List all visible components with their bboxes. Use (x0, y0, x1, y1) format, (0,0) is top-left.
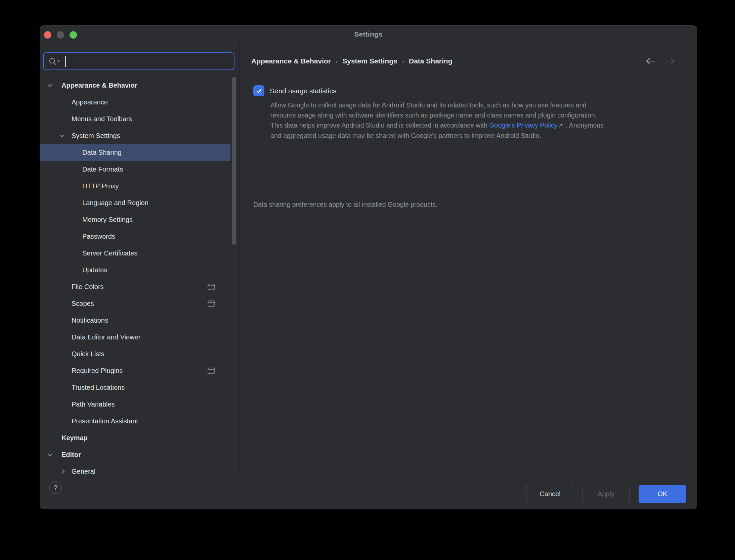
settings-window: Settings Appearance & BehaviorAppearance… (40, 26, 697, 509)
settings-search-field[interactable] (43, 52, 234, 70)
sidebar-item-general[interactable]: General (40, 463, 230, 476)
sidebar-item-system-settings[interactable]: System Settings (40, 127, 230, 144)
sidebar-item-required-plugins[interactable]: Required Plugins (40, 362, 230, 379)
navigation-arrows (645, 56, 676, 66)
sidebar-divider (240, 41, 240, 476)
breadcrumb-separator-icon: › (331, 58, 342, 65)
sidebar-item-menus-and-toolbars[interactable]: Menus and Toolbars (40, 110, 230, 127)
sidebar-item-data-editor-and-viewer[interactable]: Data Editor and Viewer (40, 329, 230, 345)
titlebar: Settings (40, 26, 697, 41)
sidebar-item-keymap[interactable]: Keymap (40, 429, 230, 446)
search-input[interactable] (71, 53, 231, 70)
usage-statistics-description: Allow Google to collect usage data for A… (270, 100, 606, 141)
arrow-right-icon (665, 57, 676, 65)
send-usage-statistics-checkbox[interactable] (253, 85, 264, 96)
window-title: Settings (40, 30, 697, 38)
send-usage-statistics-row: Send usage statistics (253, 85, 336, 96)
chevron-down-icon[interactable] (48, 83, 52, 87)
chevron-down-icon[interactable] (48, 452, 52, 456)
sidebar-item-label: Memory Settings (82, 216, 133, 224)
chevron-right-icon[interactable] (60, 469, 64, 474)
project-level-settings-icon (208, 368, 215, 374)
sidebar-item-label: Passwords (82, 233, 115, 240)
sidebar-item-passwords[interactable]: Passwords (40, 228, 230, 245)
sidebar-item-server-certificates[interactable]: Server Certificates (40, 245, 230, 262)
project-level-settings-icon (208, 300, 215, 307)
project-level-settings-icon (208, 284, 215, 290)
sidebar-item-notifications[interactable]: Notifications (40, 312, 230, 329)
sidebar-item-label: Appearance & Behavior (61, 82, 137, 89)
settings-tree: Appearance & BehaviorAppearanceMenus and… (40, 77, 240, 476)
sidebar-item-label: Appearance (72, 98, 108, 106)
sidebar-item-label: Server Certificates (82, 249, 138, 257)
sidebar-item-label: Quick Lists (72, 350, 104, 358)
breadcrumb-item-system-settings[interactable]: System Settings (342, 57, 397, 65)
external-link-icon: ↗ (558, 122, 564, 129)
cancel-button[interactable]: Cancel (526, 485, 574, 503)
sidebar-item-label: General (72, 468, 95, 475)
sidebar-item-appearance-behavior[interactable]: Appearance & Behavior (40, 77, 230, 94)
sidebar-item-label: Keymap (61, 434, 88, 442)
forward-button[interactable] (665, 56, 676, 66)
sidebar-item-label: Updates (82, 266, 107, 274)
privacy-policy-link[interactable]: Google's Privacy Policy (489, 122, 557, 129)
breadcrumb: Appearance & Behavior›System Settings›Da… (251, 56, 452, 66)
sidebar-item-label: Data Editor and Viewer (72, 333, 140, 341)
sidebar-item-language-and-region[interactable]: Language and Region (40, 194, 230, 211)
search-options-dropdown-icon (57, 61, 60, 62)
sidebar-item-presentation-assistant[interactable]: Presentation Assistant (40, 413, 230, 429)
footer: ? Cancel Apply OK (40, 476, 697, 509)
sidebar-item-label: Editor (61, 451, 81, 459)
arrow-left-icon (645, 57, 655, 65)
breadcrumb-separator-icon: › (397, 58, 409, 65)
send-usage-statistics-label: Send usage statistics (270, 87, 336, 95)
sidebar-item-scopes[interactable]: Scopes (40, 295, 230, 312)
sidebar-item-label: Menus and Toolbars (72, 115, 132, 123)
sidebar-item-updates[interactable]: Updates (40, 262, 230, 278)
breadcrumb-item-data-sharing[interactable]: Data Sharing (409, 57, 452, 65)
sidebar-item-label: System Settings (72, 132, 120, 140)
ok-button[interactable]: OK (639, 485, 686, 503)
checkmark-icon (256, 88, 262, 94)
chevron-down-icon[interactable] (60, 133, 64, 137)
sidebar-item-file-colors[interactable]: File Colors (40, 278, 230, 295)
sidebar-item-http-proxy[interactable]: HTTP Proxy (40, 178, 230, 194)
sidebar-item-path-variables[interactable]: Path Variables (40, 396, 230, 413)
sidebar-item-label: Scopes (72, 300, 94, 308)
apply-button[interactable]: Apply (582, 485, 630, 503)
sidebar-item-editor[interactable]: Editor (40, 446, 230, 463)
text-caret (65, 56, 66, 67)
sidebar-item-quick-lists[interactable]: Quick Lists (40, 345, 230, 362)
sidebar-item-label: HTTP Proxy (82, 182, 119, 190)
help-button[interactable]: ? (49, 481, 62, 494)
sidebar-scrollbar-thumb[interactable] (232, 77, 236, 245)
sidebar-item-data-sharing[interactable]: Data Sharing (40, 144, 230, 161)
sidebar-item-label: Date Formats (82, 166, 123, 173)
sidebar-item-label: Data Sharing (82, 149, 122, 156)
sidebar-item-date-formats[interactable]: Date Formats (40, 161, 230, 178)
sidebar-item-memory-settings[interactable]: Memory Settings (40, 211, 230, 228)
sidebar-item-trusted-locations[interactable]: Trusted Locations (40, 379, 230, 396)
sidebar-item-label: File Colors (72, 283, 104, 291)
sidebar-item-label: Language and Region (82, 199, 148, 207)
sidebar-item-label: Path Variables (72, 401, 115, 408)
search-icon[interactable] (48, 57, 62, 67)
breadcrumb-item-appearance-behavior[interactable]: Appearance & Behavior (251, 57, 331, 65)
sidebar-item-label: Notifications (72, 317, 108, 324)
sidebar-item-appearance[interactable]: Appearance (40, 94, 230, 110)
sidebar-item-label: Trusted Locations (72, 384, 125, 391)
sidebar-item-label: Presentation Assistant (72, 417, 138, 425)
data-sharing-note: Data sharing preferences apply to all in… (253, 201, 438, 208)
back-button[interactable] (645, 56, 655, 66)
sidebar-item-label: Required Plugins (72, 367, 123, 375)
